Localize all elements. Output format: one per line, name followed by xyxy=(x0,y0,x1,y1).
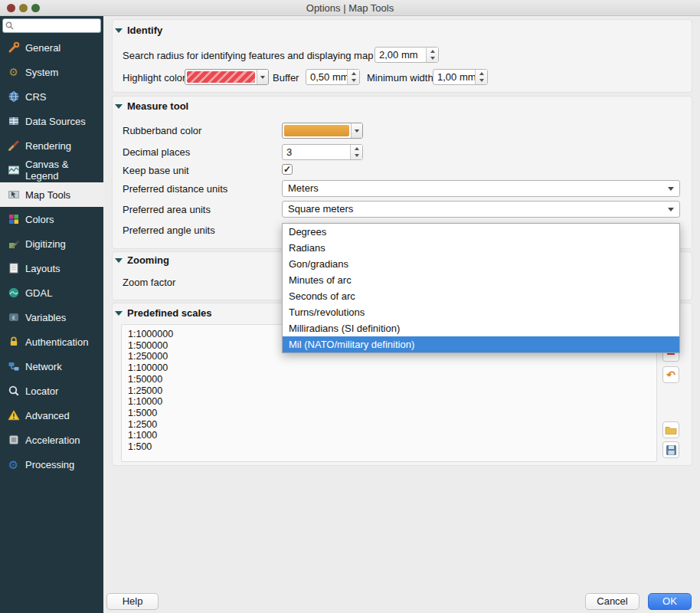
chevron-down-icon xyxy=(668,187,674,191)
rubberband-color-button[interactable] xyxy=(282,123,363,139)
sidebar-item-gdal[interactable]: GDAL xyxy=(0,280,103,305)
sidebar-items: General ⚙ System CRS Data Sources Render… xyxy=(0,35,103,477)
scale-item[interactable]: 1:5000 xyxy=(128,408,656,419)
folder-icon xyxy=(665,425,677,435)
sidebar-item-label: Map Tools xyxy=(25,189,70,201)
sidebar-item-label: System xyxy=(25,67,58,78)
title-bar: Options | Map Tools xyxy=(0,0,700,16)
scale-item[interactable]: 1:2500 xyxy=(128,419,656,431)
color-dropdown-arrow[interactable] xyxy=(351,123,362,138)
scale-item[interactable]: 1:100000 xyxy=(128,362,656,374)
sidebar-search[interactable] xyxy=(2,18,101,33)
sidebar-item-label: Canvas & Legend xyxy=(25,159,103,182)
sidebar-item-authentication[interactable]: Authentication xyxy=(0,329,103,354)
spin-up-icon[interactable] xyxy=(476,70,487,77)
popup-option-turns[interactable]: Turns/revolutions xyxy=(283,304,679,320)
pencil-icon xyxy=(7,238,20,251)
sidebar-item-digitizing[interactable]: Digitizing xyxy=(0,231,103,256)
scales-header[interactable]: Predefined scales xyxy=(115,307,212,319)
scale-item[interactable]: 1:1000 xyxy=(128,430,656,441)
rubberband-label: Rubberband color xyxy=(123,125,201,136)
sidebar-item-layouts[interactable]: Layouts xyxy=(0,256,103,280)
spin-up-icon[interactable] xyxy=(351,145,362,152)
popup-option-minutes-of-arc[interactable]: Minutes of arc xyxy=(283,272,679,288)
spinbox-value: 1,00 mm xyxy=(433,70,475,84)
sidebar-item-canvas-legend[interactable]: Canvas & Legend xyxy=(0,158,103,182)
sidebar-item-label: Variables xyxy=(25,312,66,323)
popup-option-radians[interactable]: Radians xyxy=(283,240,679,256)
sidebar-item-label: Layouts xyxy=(25,263,61,274)
keep-base-unit-checkbox[interactable]: ✓ xyxy=(282,164,293,175)
sidebar-item-variables[interactable]: ε Variables xyxy=(0,305,103,329)
export-scales-button[interactable] xyxy=(662,441,679,458)
distance-units-label: Preferred distance units xyxy=(123,183,227,195)
help-button[interactable]: Help xyxy=(106,593,159,610)
globe-icon xyxy=(7,90,20,103)
area-units-combobox[interactable]: Square meters xyxy=(282,201,680,218)
measure-header[interactable]: Measure tool xyxy=(115,100,188,112)
chevron-down-icon xyxy=(355,129,359,133)
spin-down-icon[interactable] xyxy=(348,77,359,85)
sidebar-item-label: Authentication xyxy=(25,336,88,348)
import-scales-button[interactable] xyxy=(662,421,679,438)
cancel-button[interactable]: Cancel xyxy=(585,593,639,610)
sidebar-item-data-sources[interactable]: Data Sources xyxy=(0,109,103,133)
sidebar-item-map-tools[interactable]: Map Tools xyxy=(0,182,103,207)
options-dialog: Options | Map Tools General ⚙ System CRS xyxy=(0,0,700,613)
decimal-places-spinbox[interactable]: 3 xyxy=(282,144,363,160)
svg-text:ε: ε xyxy=(11,313,15,321)
spinbox-value: 3 xyxy=(283,145,350,159)
popup-option-degrees[interactable]: Degrees xyxy=(283,224,679,240)
sidebar-item-system[interactable]: ⚙ System xyxy=(0,60,103,84)
popup-option-mil-nato[interactable]: Mil (NATO/military definition) xyxy=(283,336,679,352)
spin-steppers xyxy=(350,145,362,159)
distance-units-combobox[interactable]: Meters xyxy=(282,180,680,197)
sidebar-item-label: Digitizing xyxy=(25,238,66,250)
color-dropdown-arrow[interactable] xyxy=(257,70,268,84)
color-grid-icon xyxy=(7,213,20,226)
sidebar-item-crs[interactable]: CRS xyxy=(0,84,103,109)
highlight-color-label: Highlight color xyxy=(123,72,185,84)
rubberband-color-swatch xyxy=(284,125,349,136)
ok-button[interactable]: OK xyxy=(648,593,692,610)
sidebar-item-locator[interactable]: Locator xyxy=(0,379,103,403)
scale-item[interactable]: 1:25000 xyxy=(128,385,656,397)
collapse-arrow-icon xyxy=(115,258,123,263)
checkmark-icon: ✓ xyxy=(283,165,291,174)
sidebar-item-processing[interactable]: ⚙ Processing xyxy=(0,452,103,477)
sidebar-item-colors[interactable]: Colors xyxy=(0,207,103,231)
search-input[interactable] xyxy=(16,20,100,33)
highlight-color-button[interactable] xyxy=(185,69,269,85)
collapse-arrow-icon xyxy=(115,104,123,109)
sidebar-item-label: Acceleration xyxy=(25,434,80,446)
sidebar-item-acceleration[interactable]: Acceleration xyxy=(0,428,103,452)
scale-item[interactable]: 1:10000 xyxy=(128,396,656,408)
sidebar-item-advanced[interactable]: Advanced xyxy=(0,403,103,428)
scale-item[interactable]: 1:50000 xyxy=(128,374,656,385)
chevron-down-icon xyxy=(668,208,674,211)
popup-option-gon[interactable]: Gon/gradians xyxy=(283,256,679,272)
spin-down-icon[interactable] xyxy=(427,55,438,63)
combobox-value: Square meters xyxy=(288,203,353,215)
min-width-spinbox[interactable]: 1,00 mm xyxy=(433,69,488,85)
lock-icon xyxy=(7,336,20,349)
spin-down-icon[interactable] xyxy=(351,152,362,160)
spin-up-icon[interactable] xyxy=(348,70,359,77)
undo-arrow-icon: ↶ xyxy=(666,369,675,380)
sidebar-item-rendering[interactable]: Rendering xyxy=(0,133,103,158)
map-icon xyxy=(7,164,20,177)
restore-default-scales-button[interactable]: ↶ xyxy=(662,366,679,383)
scale-item[interactable]: 1:500 xyxy=(128,441,656,453)
spin-down-icon[interactable] xyxy=(476,77,487,85)
spin-up-icon[interactable] xyxy=(427,48,438,55)
search-radius-spinbox[interactable]: 2,00 mm xyxy=(375,47,439,63)
sidebar-item-general[interactable]: General xyxy=(0,35,103,60)
sidebar-item-label: GDAL xyxy=(25,287,52,299)
popup-option-seconds-of-arc[interactable]: Seconds of arc xyxy=(283,288,679,304)
popup-option-milliradians[interactable]: Milliradians (SI definition) xyxy=(283,320,679,336)
buffer-spinbox[interactable]: 0,50 mm xyxy=(306,69,360,85)
collapse-arrow-icon xyxy=(115,311,123,316)
zooming-header[interactable]: Zooming xyxy=(115,254,169,266)
identify-header[interactable]: Identify xyxy=(115,25,162,36)
sidebar-item-network[interactable]: Network xyxy=(0,354,103,379)
